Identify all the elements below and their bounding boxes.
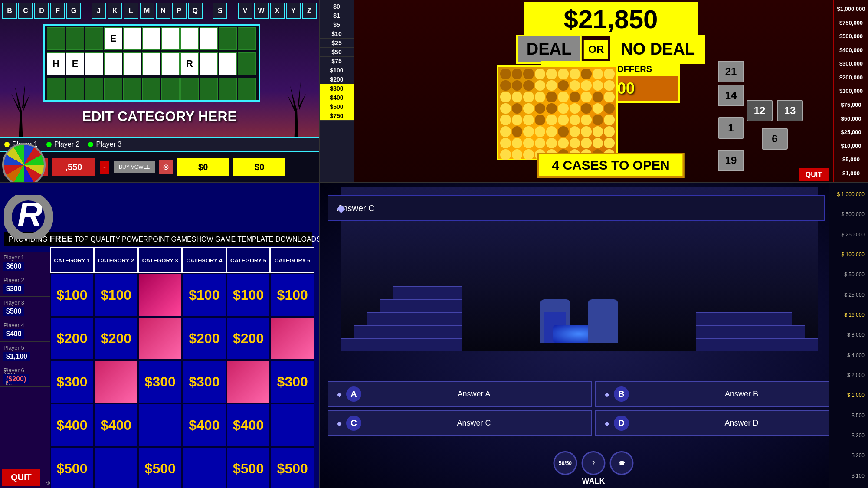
board-tile[interactable] <box>238 78 256 100</box>
briefcase-13[interactable]: 13 <box>777 100 803 121</box>
letter-tile[interactable]: Q <box>188 3 203 19</box>
jep-category-2[interactable]: CATEGORY 2 <box>94 247 138 273</box>
jep-cell-2-100[interactable]: $100 <box>94 273 138 317</box>
letter-tile[interactable]: F <box>50 3 65 19</box>
jep-category-3[interactable]: CATEGORY 3 <box>138 247 182 273</box>
letter-tile[interactable]: B <box>2 3 17 19</box>
board-tile[interactable] <box>142 78 160 100</box>
board-tile[interactable]: E <box>104 27 122 50</box>
jep-category-4[interactable]: CATEGORY 4 <box>182 247 226 273</box>
jep-cell-3-200[interactable] <box>138 317 182 360</box>
briefcase-14[interactable]: 14 <box>718 85 744 106</box>
jep-cell-2-500[interactable] <box>94 447 138 488</box>
jep-cell-2-200[interactable]: $200 <box>94 317 138 360</box>
answer-c-box[interactable]: ◆ C Answer C <box>328 410 592 436</box>
jep-cell-5-100[interactable]: $100 <box>226 273 271 317</box>
board-tile[interactable] <box>85 52 103 75</box>
board-tile[interactable] <box>161 27 180 50</box>
letter-tile[interactable]: G <box>66 3 81 19</box>
jep-cell-2-400[interactable]: $400 <box>94 403 138 447</box>
board-tile[interactable]: H <box>47 52 65 75</box>
jep-cell-4-300[interactable]: $300 <box>182 360 226 403</box>
buy-vowel-button[interactable]: BUY VOWEL <box>114 161 155 173</box>
answer-b-box[interactable]: ◆ B Answer B <box>595 381 859 407</box>
jep-cell-2-300[interactable] <box>94 360 138 403</box>
deal-button[interactable]: DEAL <box>516 35 582 64</box>
jep-cell-6-300[interactable]: $300 <box>270 360 314 403</box>
letter-tile[interactable]: K <box>108 3 122 19</box>
jep-nav-ro[interactable]: RO... <box>2 369 15 375</box>
jep-cell-4-400[interactable]: $400 <box>182 403 226 447</box>
jep-nav-fi[interactable]: FI... <box>2 380 12 386</box>
jep-cell-4-500[interactable] <box>182 447 226 488</box>
jep-cell-4-100[interactable]: $100 <box>182 273 226 317</box>
letter-tile[interactable]: D <box>34 3 49 19</box>
letter-tile[interactable]: M <box>140 3 154 19</box>
board-tile[interactable] <box>180 78 199 100</box>
jep-cell-5-200[interactable]: $200 <box>226 317 271 360</box>
briefcase-6[interactable]: 6 <box>762 128 788 150</box>
jep-cell-6-500[interactable]: $500 <box>270 447 314 488</box>
jep-cell-3-300[interactable]: $300 <box>138 360 182 403</box>
jep-cell-3-400[interactable] <box>138 403 182 447</box>
jep-cell-3-100[interactable] <box>138 273 182 317</box>
jep-cell-6-200[interactable] <box>270 317 314 360</box>
jep-category-6[interactable]: CATEGORY 6 <box>270 247 314 273</box>
letter-tile[interactable]: W <box>254 3 269 19</box>
letter-tile[interactable]: X <box>270 3 285 19</box>
board-tile[interactable] <box>238 27 256 50</box>
board-tile[interactable] <box>47 78 65 100</box>
answer-d-box[interactable]: ◆ D Answer D <box>595 410 859 436</box>
score-minus2-button[interactable]: ⊗ <box>159 160 173 174</box>
jep-cell-5-400[interactable]: $400 <box>226 403 271 447</box>
board-tile[interactable] <box>161 52 180 75</box>
board-tile[interactable] <box>142 27 160 50</box>
board-tile[interactable] <box>161 78 180 100</box>
letter-tile[interactable]: N <box>156 3 170 19</box>
jep-cell-5-500[interactable]: $500 <box>226 447 271 488</box>
jep-cell-4-200[interactable]: $200 <box>182 317 226 360</box>
jep-cell-1-200[interactable]: $200 <box>50 317 94 360</box>
jep-cell-6-100[interactable]: $100 <box>270 273 314 317</box>
board-tile[interactable] <box>66 27 84 50</box>
board-tile[interactable] <box>200 27 218 50</box>
wof-category[interactable]: EDIT CATEGORY HERE <box>0 108 319 124</box>
score-minus-button[interactable]: - <box>100 161 109 174</box>
letter-tile[interactable]: L <box>124 3 138 19</box>
jep-category-1[interactable]: CATEGORY 1 <box>50 247 94 273</box>
letter-tile[interactable]: S <box>213 3 227 19</box>
lifeline-5050-button[interactable]: 50/50 <box>554 451 577 475</box>
board-tile[interactable] <box>85 78 103 100</box>
jep-cell-6-400[interactable] <box>270 403 314 447</box>
jep-cell-1-500[interactable]: $500 <box>50 447 94 488</box>
board-tile[interactable] <box>123 52 141 75</box>
board-tile[interactable] <box>180 27 199 50</box>
briefcase-19[interactable]: 19 <box>718 150 744 171</box>
board-tile[interactable] <box>200 78 218 100</box>
board-tile[interactable] <box>66 78 84 100</box>
board-tile[interactable] <box>200 52 218 75</box>
jeopardy-quit-button[interactable]: QUIT <box>2 469 40 486</box>
letter-tile[interactable]: V <box>238 3 252 19</box>
briefcase-21[interactable]: 21 <box>718 61 744 82</box>
board-tile[interactable] <box>123 78 141 100</box>
jep-cell-3-500[interactable]: $500 <box>138 447 182 488</box>
jep-cell-1-100[interactable]: $100 <box>50 273 94 317</box>
letter-tile[interactable]: J <box>92 3 106 19</box>
board-tile[interactable]: E <box>66 52 84 75</box>
board-tile[interactable] <box>219 52 237 75</box>
letter-tile[interactable]: P <box>172 3 187 19</box>
jep-category-5[interactable]: CATEGORY 5 <box>226 247 271 273</box>
jep-cell-5-300[interactable] <box>226 360 271 403</box>
board-tile[interactable] <box>104 78 122 100</box>
letter-tile[interactable]: C <box>18 3 33 19</box>
board-tile[interactable] <box>123 27 141 50</box>
nav-right-arrow[interactable]: ◆ <box>337 202 345 214</box>
jep-cell-1-400[interactable]: $400 <box>50 403 94 447</box>
briefcase-12[interactable]: 12 <box>747 100 773 121</box>
board-tile[interactable] <box>104 52 122 75</box>
board-tile[interactable] <box>85 27 103 50</box>
lifeline-ask-audience-button[interactable]: ? <box>582 451 606 475</box>
board-tile[interactable]: R <box>180 52 199 75</box>
board-tile[interactable] <box>142 52 160 75</box>
